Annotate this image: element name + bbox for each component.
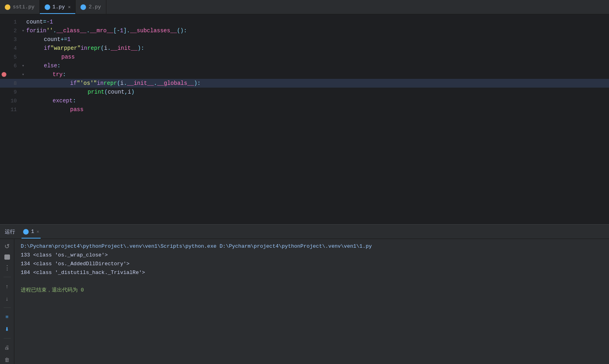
output-result-184: 184 <class '_distutils_hack._TrivialRe'> <box>21 268 603 277</box>
run-vertical-toolbar: ↺ ⋮ ↑ ↓ ≡ ⬇ 🖨 🗑 <box>0 239 14 364</box>
restart-button[interactable]: ↺ <box>3 242 12 250</box>
python-run-icon <box>23 229 29 235</box>
code-line-7: try: <box>26 70 74 79</box>
tab-ssti[interactable]: ssti.py <box>0 0 40 14</box>
tab-label-ssti: ssti.py <box>13 4 35 10</box>
code-line-2: for i in ''.__class__.__mro__[-1].__subc… <box>26 26 195 35</box>
more-button[interactable]: ⋮ <box>3 264 12 272</box>
fold-9 <box>20 88 26 96</box>
fold-4 <box>20 44 26 53</box>
table-row: 5 pass <box>0 53 609 61</box>
run-tab-bar: 运行 1 ✕ <box>0 225 609 239</box>
fold-10 <box>20 96 26 105</box>
python-icon-ssti <box>5 4 10 10</box>
fold-1 <box>20 18 26 26</box>
divider-2 <box>4 307 11 308</box>
code-line-8: if "'os'" in repr(i.__init__.__globals__… <box>26 79 609 88</box>
line-num-5: 5 <box>0 53 20 61</box>
table-row: 8 if "'os'" in repr(i.__init__.__globals… <box>0 79 609 88</box>
tab-label-1py: 1.py <box>53 4 65 10</box>
fold-5 <box>20 53 26 61</box>
code-line-3: count += 1 <box>26 35 78 44</box>
output-path-line: D:\Pycharm\project4\pythonProject\.venv\… <box>21 242 603 251</box>
run-tab-close[interactable]: ✕ <box>37 229 39 234</box>
stop-button[interactable] <box>4 254 10 260</box>
fold-7: ▾ <box>20 70 26 79</box>
run-output-content: D:\Pycharm\project4\pythonProject\.venv\… <box>14 239 609 364</box>
filter-button[interactable]: ≡ <box>3 313 12 321</box>
fold-8 <box>20 79 26 88</box>
table-row: ▾ try: <box>0 70 609 79</box>
run-tab-1[interactable]: 1 ✕ <box>22 225 41 239</box>
code-line-6: else: <box>26 61 69 70</box>
code-container: 1 count = -1 2 ▾ for i in ''.__class__._… <box>0 14 609 117</box>
output-result-134: 134 <class 'os._AddedDllDirectory'> <box>21 260 603 268</box>
table-row: 4 if "warpper" in repr(i.__init__): <box>0 44 609 53</box>
line-num-6: 6 <box>0 61 20 70</box>
fold-11 <box>20 105 26 114</box>
line-num-9: 9 <box>0 88 20 96</box>
output-result-133: 133 <class 'os._wrap_close'> <box>21 251 603 260</box>
download-button[interactable]: ⬇ <box>3 325 12 333</box>
print-button[interactable]: 🖨 <box>3 343 12 352</box>
table-row: 10 except: <box>0 96 609 105</box>
table-row: 6 ▾ else: <box>0 61 609 70</box>
line-num-2: 2 <box>0 26 20 35</box>
code-line-1: count = -1 <box>26 18 61 26</box>
fold-3 <box>20 35 26 44</box>
code-line-5: pass <box>26 53 83 61</box>
run-panel: 运行 1 ✕ ↺ ⋮ ↑ ↓ ≡ ⬇ 🖨 🗑 <box>0 225 609 364</box>
tab-bar: ssti.py 1.py ✕ 2.py <box>0 0 609 14</box>
editor-area: 1 count = -1 2 ▾ for i in ''.__class__._… <box>0 14 609 224</box>
delete-button[interactable]: 🗑 <box>3 356 12 364</box>
code-line-9: print(count, i) <box>26 88 143 96</box>
table-row: 1 count = -1 <box>0 18 609 26</box>
table-row: 11 pass <box>0 105 609 114</box>
line-num-1: 1 <box>0 18 20 26</box>
run-tab-label: 1 <box>31 229 34 235</box>
scroll-up-button[interactable]: ↑ <box>3 282 12 290</box>
output-blank <box>21 277 603 286</box>
table-row: 2 ▾ for i in ''.__class__.__mro__[-1].__… <box>0 26 609 35</box>
code-line-11: pass <box>26 105 92 114</box>
python-icon-2py <box>80 4 86 10</box>
line-num-10: 10 <box>0 96 20 105</box>
tab-label-2py: 2.py <box>88 4 101 10</box>
line-num-4: 4 <box>0 44 20 53</box>
run-label: 运行 <box>5 228 15 235</box>
fold-6: ▾ <box>20 61 26 70</box>
line-num-8: 8 <box>0 79 20 88</box>
code-line-10: except: <box>26 96 84 105</box>
scroll-down-button[interactable]: ↓ <box>3 294 12 303</box>
table-row: 3 count += 1 <box>0 35 609 44</box>
line-num-7 <box>0 70 20 79</box>
table-row: 9 print(count, i) <box>0 88 609 96</box>
line-num-3: 3 <box>0 35 20 44</box>
line-num-11: 11 <box>0 105 20 114</box>
tab-2py[interactable]: 2.py <box>76 0 106 14</box>
fold-2: ▾ <box>20 26 26 35</box>
tab-close-1py[interactable]: ✕ <box>68 4 71 10</box>
output-exit-line: 进程已结束，退出代码为 0 <box>21 286 603 295</box>
tab-1py[interactable]: 1.py ✕ <box>40 0 76 14</box>
python-icon-1py <box>45 4 50 10</box>
divider-3 <box>4 338 11 339</box>
divider-1 <box>4 277 11 277</box>
code-line-4: if "warpper" in repr(i.__init__): <box>26 44 152 53</box>
